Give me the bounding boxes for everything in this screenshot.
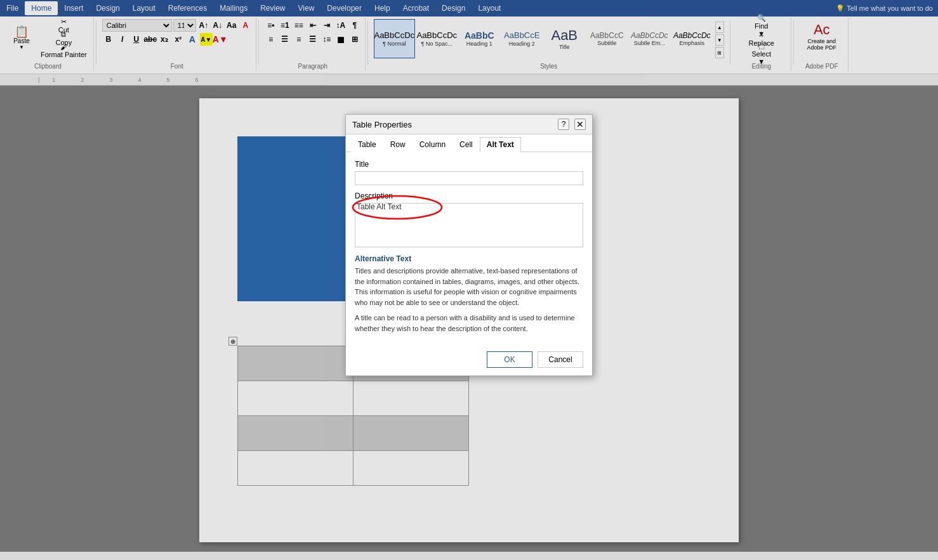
dialog-title: Table Properties (352, 120, 412, 129)
description-textarea[interactable] (355, 203, 583, 247)
alt-text-body-1: Titles and descriptions provide alternat… (355, 266, 583, 308)
dialog-tabs: Table Row Column Cell Alt Text (346, 134, 592, 152)
alt-text-heading: Alternative Text (355, 254, 583, 263)
tab-alt-text[interactable]: Alt Text (480, 137, 521, 152)
title-input[interactable] (355, 171, 583, 185)
description-field-label: Description (355, 192, 583, 200)
alt-text-body-2: A title can be read to a person with a d… (355, 313, 583, 334)
cancel-button[interactable]: Cancel (538, 351, 583, 368)
tab-table[interactable]: Table (351, 137, 383, 152)
tab-cell[interactable]: Cell (452, 137, 480, 152)
dialog-content: Title Description Table Alt Text Alterna… (346, 152, 592, 346)
table-properties-dialog: Table Properties ? ✕ Table Row Column Ce… (345, 114, 593, 376)
alt-text-info: Alternative Text Titles and descriptions… (355, 254, 583, 334)
modal-overlay: Table Properties ? ✕ Table Row Column Ce… (0, 0, 938, 552)
dialog-titlebar: Table Properties ? ✕ (346, 115, 592, 134)
title-field-label: Title (355, 160, 583, 169)
description-container: Table Alt Text (355, 203, 583, 249)
dialog-help-button[interactable]: ? (558, 119, 569, 130)
tab-column[interactable]: Column (413, 137, 452, 152)
dialog-controls: ? ✕ (558, 119, 586, 130)
ok-button[interactable]: OK (487, 351, 532, 368)
dialog-footer: OK Cancel (346, 346, 592, 375)
tab-row[interactable]: Row (383, 137, 413, 152)
dialog-close-button[interactable]: ✕ (574, 119, 586, 130)
